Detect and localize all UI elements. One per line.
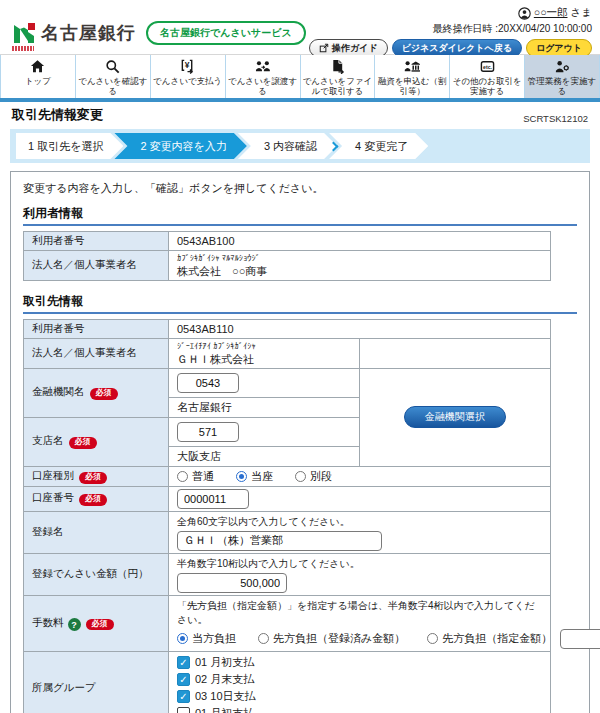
page-title: 取引先情報変更 [12, 106, 103, 124]
user-name-link[interactable]: ○○一郎 [534, 6, 568, 20]
help-question-icon[interactable]: ? [68, 618, 81, 631]
user-icon [518, 7, 531, 20]
yen-payment-icon: ¥ [180, 59, 195, 74]
radio-icon [258, 633, 269, 644]
table-row: 手数料?必須 「先方負担（指定金額）」を指定する場合は、半角数字4桁以内で入力し… [24, 595, 551, 651]
radio-icon [236, 471, 247, 482]
required-badge: 必須 [86, 619, 114, 631]
header: 名古屋銀行 名古屋銀行でんさいサービス ○○一郎 さま 最終操作日時 :20XX… [0, 0, 600, 54]
checkbox-icon [177, 707, 190, 713]
admin-icon [554, 59, 570, 74]
partner-user-number-value: 0543AB110 [169, 319, 551, 338]
bank-code-input[interactable] [177, 373, 239, 393]
external-link-icon [319, 43, 329, 53]
file-icon [330, 59, 345, 74]
required-badge: 必須 [90, 388, 118, 400]
table-row: 口座番号必須 [24, 486, 551, 511]
account-number-cell [169, 486, 551, 511]
global-nav: トップ でんさいを確認する ¥ でんさいで支払う [0, 54, 600, 102]
bank-logo: 名古屋銀行 [12, 21, 136, 45]
corporate-name-text: 株式会社 ○○商事 [177, 265, 267, 277]
transfer-icon [255, 59, 271, 74]
table-row: 法人名／個人事業者名 ｼﾞｰｴｲﾁｱｲ ｶﾌﾞｼｷｶﾞｲｼｬ ＧＨＩ株式会社 [24, 338, 551, 368]
fee-label: 手数料?必須 [24, 595, 169, 651]
nav-item-other-transactions[interactable]: etc. その他のお取引を実施する [450, 55, 525, 98]
bank-name: 名古屋銀行 [41, 21, 136, 45]
corporate-name-value: ｶﾌﾞｼｷｶﾞｲｼｬ ﾏﾙﾏﾙｼｮｳｼﾞ 株式会社 ○○商事 [169, 251, 551, 281]
group-cell: 01 月初支払 02 月末支払 03 10日支払 01 月初支払 [169, 651, 551, 713]
svg-text:¥: ¥ [185, 60, 190, 70]
nav-item-file-transaction[interactable]: でんさいをファイルで取引する [301, 55, 376, 98]
account-type-label: 口座種別必須 [24, 466, 169, 486]
radio-icon [177, 633, 188, 644]
checkbox-group-03-tenth[interactable]: 03 10日支払 [177, 688, 542, 705]
radio-account-ordinary[interactable]: 普通 [177, 469, 214, 484]
user-line: ○○一郎 さま [518, 6, 592, 20]
nav-item-apply-loan[interactable]: 融資を申込む（割引等） [375, 55, 450, 98]
branch-field-cell: 大阪支店 [169, 417, 360, 466]
step-1-select-partner: 1 取引先を選択 [16, 133, 123, 159]
radio-account-separate[interactable]: 別段 [295, 469, 332, 484]
checkbox-group-01-monthstart-2[interactable]: 01 月初支払 [177, 705, 542, 713]
user-info-table: 利用者番号 0543AB100 法人名／個人事業者名 ｶﾌﾞｼｷｶﾞｲｼｬ ﾏﾙ… [23, 231, 551, 281]
partner-corporate-name-kana: ｼﾞｰｴｲﾁｱｲ ｶﾌﾞｼｷｶﾞｲｼｬ [177, 341, 351, 352]
bank-logo-mark [12, 21, 36, 45]
nav-item-transfer-densai[interactable]: でんさいを譲渡する [226, 55, 301, 98]
bank-label: 金融機関名必須 [24, 368, 169, 417]
radio-icon [177, 471, 188, 482]
svg-text:etc.: etc. [483, 64, 492, 70]
densai-service-page: 名古屋銀行 名古屋銀行でんさいサービス ○○一郎 さま 最終操作日時 :20XX… [0, 0, 600, 713]
checkbox-icon [177, 656, 190, 669]
registered-name-input[interactable] [177, 531, 382, 551]
bank-field-cell: 名古屋銀行 [169, 368, 360, 417]
loan-icon [404, 59, 420, 74]
registered-amount-input[interactable] [177, 573, 287, 593]
radio-icon [427, 633, 438, 644]
required-badge: 必須 [69, 437, 97, 449]
table-row: 金融機関名必須 名古屋銀行 金融機関選択 [24, 368, 551, 417]
table-row: 利用者番号 0543AB110 [24, 319, 551, 338]
fee-amount-input[interactable] [560, 629, 600, 649]
step-2-input-changes: 2 変更内容を入力 [114, 133, 246, 159]
logo-subtext-decoration [12, 46, 34, 51]
registered-name-label: 登録名 [24, 511, 169, 553]
nav-item-confirm-densai[interactable]: でんさいを確認する [76, 55, 151, 98]
partner-corporate-name-text: ＧＨＩ株式会社 [177, 353, 254, 365]
table-row: 所属グループ 01 月初支払 02 月末支払 03 10日支払 01 月初支払 [24, 651, 551, 713]
registered-amount-note: 半角数字10桁以内で入力してください。 [177, 557, 542, 571]
step-indicator: 1 取引先を選択 2 変更内容を入力 3 内容確認 4 変更完了 [10, 129, 590, 163]
partner-corporate-name-label: 法人名／個人事業者名 [24, 338, 169, 368]
required-badge: 必須 [79, 494, 107, 506]
etc-icon: etc. [480, 59, 495, 74]
section-title-user-info: 利用者情報 [23, 205, 577, 226]
radio-fee-their-side-registered[interactable]: 先方負担（登録済み金額） [258, 631, 405, 646]
branch-code-input[interactable] [177, 422, 239, 442]
screen-id: SCRTSK12102 [523, 113, 588, 124]
partner-corporate-name-value: ｼﾞｰｴｲﾁｱｲ ｶﾌﾞｼｷｶﾞｲｼｬ ＧＨＩ株式会社 [169, 338, 360, 368]
nav-item-pay-densai[interactable]: ¥ でんさいで支払う [151, 55, 226, 98]
table-row: 登録でんさい金額（円） 半角数字10桁以内で入力してください。 [24, 553, 551, 595]
nav-item-top[interactable]: トップ [0, 55, 76, 98]
nav-item-admin-tasks[interactable]: 管理業務を実施する [525, 55, 600, 98]
radio-account-current[interactable]: 当座 [236, 469, 273, 484]
radio-fee-our-side[interactable]: 当方負担 [177, 631, 236, 646]
section-title-partner-info: 取引先情報 [23, 293, 577, 314]
main-content: 変更する内容を入力し、「確認」ボタンを押してください。 利用者情報 利用者番号 … [10, 171, 590, 713]
account-number-label: 口座番号必須 [24, 486, 169, 511]
bank-select-button[interactable]: 金融機関選択 [404, 406, 506, 428]
radio-icon [295, 471, 306, 482]
home-icon [30, 59, 45, 74]
registered-amount-cell: 半角数字10桁以内で入力してください。 [169, 553, 551, 595]
radio-fee-their-side-specified[interactable]: 先方負担（指定金額） [427, 631, 552, 646]
checkbox-group-02-monthend[interactable]: 02 月末支払 [177, 671, 542, 688]
checkbox-group-01-monthstart[interactable]: 01 月初支払 [177, 654, 542, 671]
empty-cell [360, 338, 551, 368]
user-number-value: 0543AB100 [169, 232, 551, 251]
bank-select-cell: 金融機関選択 [360, 368, 551, 466]
checkbox-icon [177, 673, 190, 686]
partner-user-number-label: 利用者番号 [24, 319, 169, 338]
step-4-complete: 4 変更完了 [329, 133, 428, 159]
branch-name-display: 大阪支店 [169, 446, 359, 466]
instruction-text: 変更する内容を入力し、「確認」ボタンを押してください。 [23, 181, 577, 196]
account-number-input[interactable] [177, 489, 249, 509]
